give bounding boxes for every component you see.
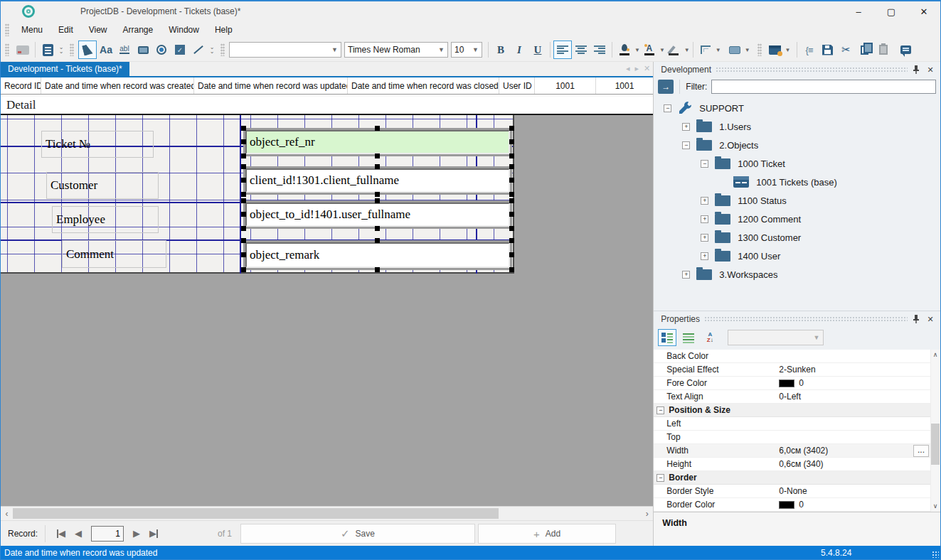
property-row-border-style[interactable]: Border Style 0-None xyxy=(654,485,940,498)
close-panel-icon[interactable]: ✕ xyxy=(925,313,936,325)
align-right-button[interactable] xyxy=(590,41,609,59)
tab-close-icon[interactable]: ✕ xyxy=(644,64,650,73)
ellipsis-button[interactable]: ... xyxy=(913,445,929,457)
designer-label-comment[interactable]: Comment xyxy=(62,240,166,268)
header-cell[interactable]: Record ID xyxy=(1,77,41,94)
pin-icon[interactable] xyxy=(910,313,922,325)
detail-section-bar[interactable]: Detail xyxy=(1,97,653,115)
tree-expander[interactable]: + xyxy=(682,271,690,279)
header-cell[interactable]: 1001 xyxy=(596,77,653,94)
form-properties-button[interactable] xyxy=(766,41,785,59)
align-left-button[interactable] xyxy=(553,41,572,59)
copy-button[interactable] xyxy=(856,41,874,59)
align-center-button[interactable] xyxy=(572,41,590,59)
highlight-button[interactable] xyxy=(665,41,684,59)
field-list-button[interactable]: {≡ xyxy=(800,41,819,59)
checkbox-tool-button[interactable]: ✓ xyxy=(171,41,189,59)
tree-expander[interactable]: + xyxy=(701,252,708,260)
chevron-down-icon[interactable]: ▼ xyxy=(634,47,640,53)
textbox-tool-button[interactable]: abl xyxy=(115,41,134,59)
font-size-combobox[interactable]: 10▼ xyxy=(451,42,482,58)
scroll-right-icon[interactable]: › xyxy=(641,507,653,520)
chevron-down-icon[interactable]: ▼ xyxy=(785,47,791,53)
tab-scroll-left-icon[interactable]: ◂ xyxy=(626,64,630,73)
scroll-left-icon[interactable]: ‹ xyxy=(1,507,13,520)
menu-item-view[interactable]: View xyxy=(81,23,115,37)
designer-field-user-fullname[interactable]: object_to_id!1401.user_fullname xyxy=(245,203,510,227)
line-tool-button[interactable] xyxy=(189,41,208,59)
tree-expander[interactable]: + xyxy=(701,234,708,242)
close-panel-icon[interactable]: ✕ xyxy=(925,64,936,75)
tree-expander[interactable]: − xyxy=(682,141,690,149)
scroll-down-icon[interactable]: ∨ xyxy=(930,501,940,512)
chevron-down-icon[interactable]: ▼ xyxy=(659,47,665,53)
tree-item-objects[interactable]: − 2.Objects xyxy=(654,136,940,154)
toolbar-overflow-chevron[interactable]: ⌄⌄ xyxy=(57,41,65,58)
property-value[interactable]: 0 xyxy=(779,500,940,510)
horizontal-scrollbar[interactable]: ‹ › xyxy=(1,506,653,520)
last-record-button[interactable]: ▶ xyxy=(145,525,162,542)
chevron-down-icon[interactable]: ▼ xyxy=(716,47,721,53)
next-record-button[interactable]: ▶ xyxy=(128,525,145,542)
toolbar-overflow-chevron[interactable]: ⌄⌄ xyxy=(208,41,216,58)
locate-object-button[interactable]: → xyxy=(658,80,674,94)
design-canvas[interactable]: Ticket № Customer Employee Comment objec… xyxy=(1,115,653,506)
tree-expander[interactable]: − xyxy=(701,160,708,168)
select-tool-button[interactable] xyxy=(78,41,97,59)
add-record-button[interactable]: +Add xyxy=(478,524,616,544)
header-cell[interactable]: User ID xyxy=(499,77,535,94)
property-category-position-size[interactable]: − Position & Size xyxy=(654,404,940,417)
category-expander[interactable]: − xyxy=(656,406,664,414)
property-row-back-color[interactable]: Back Color xyxy=(654,350,940,363)
cut-button[interactable]: ✂ xyxy=(837,41,856,59)
tree-item-support[interactable]: − SUPPORT xyxy=(654,99,940,117)
chevron-down-icon[interactable]: ▼ xyxy=(745,47,750,53)
property-row-text-align[interactable]: Text Align 0-Left xyxy=(654,390,940,404)
bold-button[interactable]: B xyxy=(491,41,510,59)
form-grid-area[interactable]: Ticket № Customer Employee Comment objec… xyxy=(1,115,514,274)
radio-tool-button[interactable] xyxy=(152,41,171,59)
tab-scroll-right-icon[interactable]: ▸ xyxy=(635,64,639,73)
pin-icon[interactable] xyxy=(910,64,922,75)
tree-item-1000-ticket[interactable]: − 1000 Ticket xyxy=(654,154,940,173)
preview-button[interactable] xyxy=(14,41,32,59)
tree-item-1200-comment[interactable]: + 1200 Comment xyxy=(654,210,940,228)
scroll-up-icon[interactable]: ∧ xyxy=(930,350,940,360)
button-tool-button[interactable] xyxy=(134,41,152,59)
designer-label-customer[interactable]: Customer xyxy=(46,172,159,199)
resize-grip[interactable] xyxy=(932,551,939,558)
header-cell[interactable]: 1001 xyxy=(535,77,596,94)
menu-item-help[interactable]: Help xyxy=(207,23,240,37)
tree-expander[interactable]: + xyxy=(682,123,690,131)
designer-field-client-fullname[interactable]: client_id!1301.client_fullname xyxy=(245,168,510,193)
paste-button[interactable] xyxy=(874,41,893,59)
record-number-input[interactable] xyxy=(91,526,124,542)
menu-item-window[interactable]: Window xyxy=(161,23,207,37)
menu-item-menu[interactable]: Menu xyxy=(14,23,50,37)
previous-record-button[interactable]: ◀ xyxy=(70,525,87,542)
tree-item-1001-tickets-base[interactable]: 1001 Tickets (base) xyxy=(654,173,940,191)
property-row-top[interactable]: Top xyxy=(654,431,940,444)
save-button[interactable] xyxy=(819,41,837,59)
fill-color-button[interactable] xyxy=(615,41,634,59)
filter-input[interactable] xyxy=(711,80,936,94)
property-row-height[interactable]: Height 0,6см (340) xyxy=(654,458,940,471)
property-value[interactable]: 0-Left xyxy=(779,392,940,402)
scrollbar-thumb[interactable] xyxy=(931,424,940,465)
property-category-border[interactable]: − Border xyxy=(654,471,940,485)
border-corner-button[interactable] xyxy=(696,41,715,59)
header-cell[interactable]: Date and time when record was closed xyxy=(348,77,499,94)
property-value[interactable]: 2-Sunken xyxy=(779,365,940,375)
property-object-combobox[interactable]: ▼ xyxy=(728,330,824,345)
property-row-fore-color[interactable]: Fore Color 0 xyxy=(654,377,940,390)
designer-field-object-ref-nr[interactable]: object_ref_nr xyxy=(245,130,510,154)
tree-item-workspaces[interactable]: + 3.Workspaces xyxy=(654,265,940,284)
italic-button[interactable]: I xyxy=(510,41,528,59)
shape-button[interactable] xyxy=(725,41,744,59)
property-value[interactable]: 0 xyxy=(779,378,940,388)
tree-item-1300-customer[interactable]: + 1300 Customer xyxy=(654,228,940,247)
properties-scrollbar[interactable]: ∧ ∨ xyxy=(930,350,940,512)
save-record-button[interactable]: ✓Save xyxy=(240,524,475,544)
designer-label-employee[interactable]: Employee xyxy=(52,206,159,233)
header-cell[interactable]: Date and time when record was updated xyxy=(194,77,348,94)
